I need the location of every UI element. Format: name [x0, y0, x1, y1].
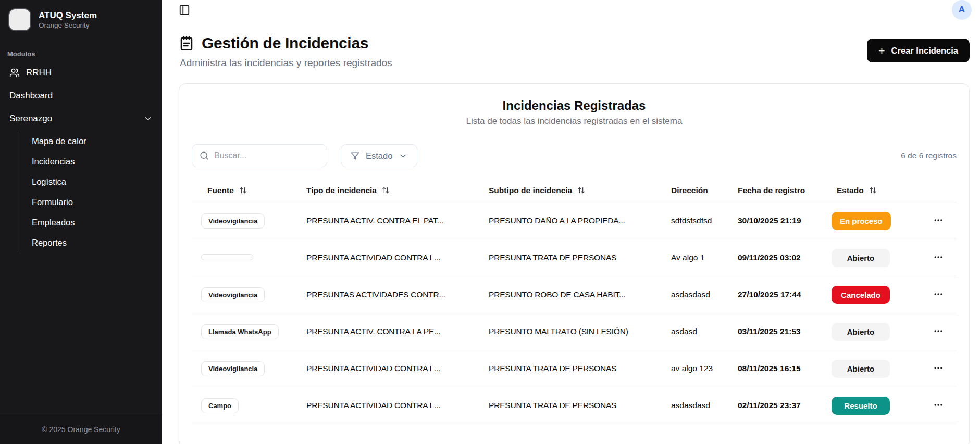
cell-subtipo: PRESUNTA TRATA DE PERSONAS: [473, 253, 655, 262]
column-header-tipo-de-incidencia[interactable]: Tipo de incidencia: [291, 186, 473, 195]
ellipsis-icon: [933, 326, 944, 336]
sidebar-toggle-button[interactable]: [179, 4, 190, 16]
sort-icon: [382, 186, 390, 194]
cell-fecha: 09/11/2025 03:02: [722, 253, 821, 262]
app-subtitle: Orange Security: [39, 21, 97, 30]
table-controls: Estado 6 de 6 registros: [192, 144, 957, 167]
records-count: 6 de 6 registros: [901, 151, 957, 160]
table-row: CampoPRESUNTA ACTIVIDAD CONTRA L...PRESU…: [192, 387, 957, 424]
cell-actions: [920, 249, 957, 267]
cell-estado: Cancelado: [821, 286, 920, 304]
cell-actions: [920, 286, 957, 304]
sort-icon: [239, 186, 247, 194]
app-title: ATUQ System: [39, 10, 97, 21]
table-row: VideovigilanciaPRESUNTAS ACTIVIDADES CON…: [192, 276, 957, 313]
table-row: Llamada WhatsAppPRESUNTA ACTIV. CONTRA L…: [192, 313, 957, 350]
plus-icon: +: [878, 45, 885, 56]
cell-tipo: PRESUNTA ACTIVIDAD CONTRA L...: [291, 401, 473, 410]
sidebar-subitem-formulario[interactable]: Formulario: [29, 193, 157, 212]
estado-filter-button[interactable]: Estado: [341, 144, 417, 167]
cell-fecha: 27/10/2025 17:44: [722, 290, 821, 299]
status-badge: Abierto: [832, 249, 890, 267]
cell-estado: Abierto: [821, 249, 920, 267]
sidebar-item-serenazgo[interactable]: Serenazgo: [5, 109, 157, 129]
table-row: VideovigilanciaPRESUNTA ACTIV. CONTRA EL…: [192, 202, 957, 239]
page-subtitle: Administra las incidencias y reportes re…: [180, 57, 392, 69]
chevron-down-icon: [399, 151, 407, 160]
modules-section-label: Módulos: [0, 36, 162, 63]
ellipsis-icon: [933, 363, 944, 373]
sidebar-subitem-empleados[interactable]: Empleados: [29, 213, 157, 232]
app-logo: [8, 8, 31, 31]
row-menu-button[interactable]: [930, 360, 947, 378]
sidebar-item-label: Serenazgo: [9, 113, 52, 124]
sidebar-item-label: Dashboard: [9, 91, 53, 101]
cell-fecha: 08/11/2025 16:15: [722, 364, 821, 373]
table-header-row: FuenteTipo de incidenciaSubtipo de incid…: [192, 179, 957, 202]
column-header-fecha-de-registro: Fecha de registro: [722, 186, 821, 195]
row-menu-button[interactable]: [930, 286, 947, 304]
main-area: A Gestión de Incidencias Administra las …: [162, 0, 980, 444]
column-header-estado[interactable]: Estado: [821, 186, 920, 195]
cell-tipo: PRESUNTA ACTIV. CONTRA EL PAT...: [291, 216, 473, 225]
sidebar-subitem-incidencias[interactable]: Incidencias: [29, 152, 157, 171]
sort-icon: [577, 186, 585, 194]
sidebar: ATUQ System Orange Security Módulos RRHH…: [0, 0, 162, 444]
sidebar-item-rrhh[interactable]: RRHH: [5, 63, 157, 83]
sort-icon: [869, 186, 877, 194]
row-menu-button[interactable]: [930, 397, 947, 415]
panel-left-icon: [179, 4, 190, 16]
cell-direccion: Av algo 1: [655, 253, 722, 262]
page-header: Gestión de Incidencias Administra las in…: [179, 34, 970, 69]
ellipsis-icon: [933, 289, 944, 299]
cell-estado: En proceso: [821, 212, 920, 230]
cell-fecha: 03/11/2025 21:53: [722, 327, 821, 336]
cell-direccion: sdfdsfsdfsd: [655, 216, 722, 225]
cell-fecha: 02/11/2025 23:37: [722, 401, 821, 410]
brand: ATUQ System Orange Security: [0, 0, 162, 36]
create-incident-label: Crear Incidencia: [891, 46, 958, 56]
search-input[interactable]: [214, 151, 319, 160]
cell-tipo: PRESUNTA ACTIVIDAD CONTRA L...: [291, 364, 473, 373]
ellipsis-icon: [933, 215, 944, 225]
search-box: [192, 144, 327, 167]
sidebar-subitem-logística[interactable]: Logística: [29, 172, 157, 192]
sidebar-item-dashboard[interactable]: Dashboard: [5, 86, 157, 106]
incidents-table: FuenteTipo de incidenciaSubtipo de incid…: [192, 179, 957, 424]
status-badge: Abierto: [832, 323, 890, 341]
table-row: VideovigilanciaPRESUNTA ACTIVIDAD CONTRA…: [192, 350, 957, 387]
column-header-subtipo-de-incidencia[interactable]: Subtipo de incidencia: [473, 186, 655, 195]
cell-estado: Abierto: [821, 360, 920, 378]
fuente-badge: Campo: [201, 398, 239, 413]
user-avatar[interactable]: A: [952, 0, 972, 20]
row-menu-button[interactable]: [930, 249, 947, 267]
column-header-label: Fuente: [207, 186, 234, 195]
cell-fuente: Campo: [192, 398, 291, 413]
column-header-fuente[interactable]: Fuente: [192, 186, 291, 195]
cell-direccion: av algo 123: [655, 364, 722, 373]
status-badge: Resuelto: [832, 397, 890, 415]
cell-subtipo: PRESUNTA TRATA DE PERSONAS: [473, 364, 655, 373]
column-header-label: Tipo de incidencia: [306, 186, 377, 195]
sidebar-subitem-reportes[interactable]: Reportes: [29, 233, 157, 252]
cell-tipo: PRESUNTAS ACTIVIDADES CONTR...: [291, 290, 473, 299]
cell-actions: [920, 323, 957, 341]
serenazgo-submenu: Mapa de calorIncidenciasLogísticaFormula…: [17, 132, 157, 252]
sidebar-subitem-mapa-de-calor[interactable]: Mapa de calor: [29, 132, 157, 151]
cell-subtipo: PRESUNTO MALTRATO (SIN LESIÓN): [473, 327, 655, 336]
status-badge: Abierto: [832, 360, 890, 378]
row-menu-button[interactable]: [930, 323, 947, 341]
row-menu-button[interactable]: [930, 212, 947, 230]
search-icon: [200, 151, 209, 160]
table-row: PRESUNTA ACTIVIDAD CONTRA L...PRESUNTA T…: [192, 239, 957, 276]
fuente-badge: Videovigilancia: [201, 361, 265, 376]
chevron-down-icon: [143, 114, 153, 123]
create-incident-button[interactable]: + Crear Incidencia: [867, 39, 970, 62]
cell-direccion: asdasdasd: [655, 290, 722, 299]
content: Gestión de Incidencias Administra las in…: [162, 20, 980, 444]
page-title: Gestión de Incidencias: [202, 34, 368, 52]
estado-filter-label: Estado: [366, 151, 392, 161]
cell-fuente: Videovigilancia: [192, 361, 291, 376]
cell-fuente: [192, 253, 291, 262]
cell-subtipo: PRESUNTO DAÑO A LA PROPIEDA...: [473, 216, 655, 225]
